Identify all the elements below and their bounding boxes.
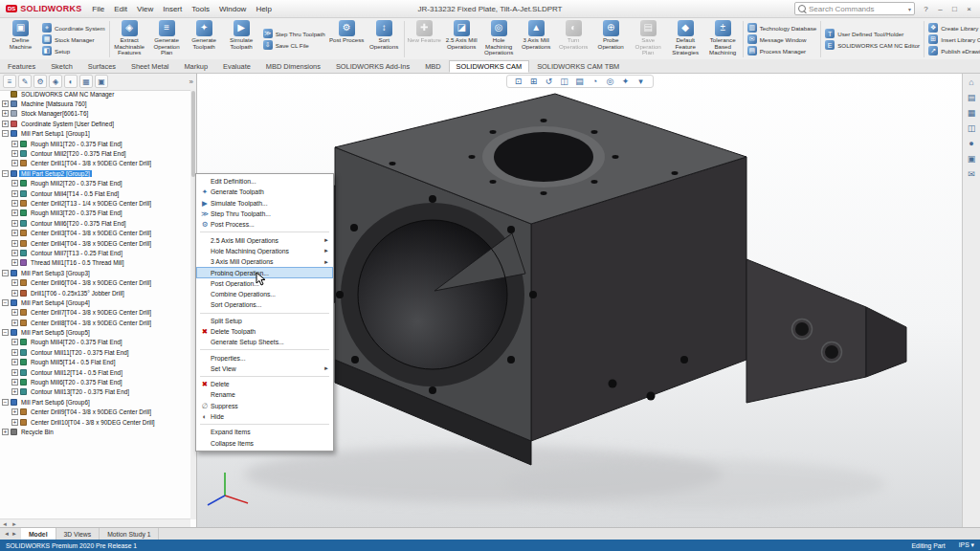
design-library-icon[interactable]: ▤ bbox=[968, 93, 976, 102]
ribbon-solidworks-cam-nc-editor[interactable]: ESOLIDWORKS CAM NC Editor bbox=[825, 40, 920, 50]
tree-row-center-drill10[interactable]: +Center Drill10[T04 - 3/8 x 90DEG Center… bbox=[0, 417, 190, 427]
tab-surfaces[interactable]: Surfaces bbox=[80, 60, 123, 73]
tree-expander-icon[interactable]: + bbox=[11, 309, 18, 316]
context-menu-probing-operation[interactable]: Probing Operation... bbox=[196, 267, 333, 277]
tree-expander-icon[interactable]: + bbox=[11, 408, 18, 415]
context-menu-hide[interactable]: ◐Hide bbox=[196, 411, 333, 422]
context-menu-delete[interactable]: ✖Delete bbox=[196, 379, 333, 389]
ribbon-2-5-axis-mill-operations[interactable]: ◪2.5 Axis Mill Operations bbox=[443, 18, 480, 60]
section-view-icon[interactable]: ◫ bbox=[559, 77, 570, 86]
tree-row-contour-mill11[interactable]: +Contour Mill11[T20 - 0.375 Flat End] bbox=[0, 347, 190, 357]
ribbon-new-feature[interactable]: ✚New Feature bbox=[406, 18, 443, 60]
ribbon-simulate-toolpath[interactable]: ▶Simulate Toolpath bbox=[223, 18, 260, 60]
maximize-button[interactable]: □ bbox=[947, 5, 962, 13]
help-button[interactable]: ? bbox=[919, 5, 933, 13]
ribbon-hole-machining-operations[interactable]: ◎Hole Machining Operations bbox=[480, 18, 518, 60]
tab-solidworks-add-ins[interactable]: SOLIDWORKS Add-Ins bbox=[328, 60, 417, 73]
tree-expander-icon[interactable]: + bbox=[11, 230, 18, 236]
tree-expander-icon[interactable]: + bbox=[11, 290, 18, 297]
ribbon-3-axis-mill-operations[interactable]: ▲3 Axis Mill Operations bbox=[518, 18, 555, 60]
tree-row-solidworks-cam-nc-manager[interactable]: SOLIDWORKS CAM NC Manager bbox=[0, 89, 190, 99]
tree-expander-icon[interactable]: + bbox=[11, 349, 18, 356]
context-menu-rename[interactable]: Rename bbox=[196, 389, 333, 400]
tab-solidworks-cam-tbm[interactable]: SOLIDWORKS CAM TBM bbox=[529, 60, 627, 73]
ribbon-define-machine[interactable]: ▣Define Machine bbox=[2, 18, 39, 60]
search-dropdown-icon[interactable]: ▾ bbox=[908, 6, 911, 12]
tree-expander-icon[interactable]: + bbox=[11, 339, 18, 345]
menu-edit[interactable]: Edit bbox=[109, 5, 132, 13]
ribbon-save-cl-file[interactable]: ⇩Save CL File bbox=[263, 40, 325, 50]
tree-row-mill-part-setup4[interactable]: −Mill Part Setup4 [Group4] bbox=[0, 298, 190, 307]
ribbon-default-feature-strategies[interactable]: ◆Default Feature Strategies bbox=[667, 18, 704, 60]
tree-row-mill-part-setup2[interactable]: −Mill Part Setup2 [Group2] bbox=[0, 168, 190, 178]
tree-row-contour-mill6[interactable]: +Contour Mill6[T20 - 0.375 Flat End] bbox=[0, 218, 190, 228]
forum-icon[interactable]: ✉ bbox=[968, 169, 975, 179]
tree-row-contour-mill2[interactable]: +Contour Mill2[T20 - 0.375 Flat End] bbox=[0, 148, 190, 158]
view-orientation-icon[interactable]: ▤ bbox=[574, 77, 586, 86]
tree-expander-icon[interactable]: + bbox=[2, 110, 9, 117]
configurationmanager-tab[interactable]: ⚙ bbox=[33, 75, 47, 88]
tree-row-machine[interactable]: +Machine [Matsuura 760] bbox=[0, 99, 190, 108]
propertymanager-tab[interactable]: ✎ bbox=[18, 75, 32, 88]
tree-row-rough-mill6[interactable]: +Rough Mill6[T20 - 0.375 Flat End] bbox=[0, 377, 190, 386]
menu-insert[interactable]: Insert bbox=[158, 5, 187, 13]
tree-row-mill-part-setup1[interactable]: −Mill Part Setup1 [Group1] bbox=[0, 129, 190, 139]
context-menu-simulate-toolpath[interactable]: ▶Simulate Toolpath... bbox=[196, 198, 333, 209]
scroll-right-icon[interactable]: ► bbox=[10, 521, 19, 527]
panel-pin-icon[interactable]: » bbox=[189, 77, 193, 86]
tree-expander-icon[interactable]: + bbox=[11, 150, 18, 157]
menu-window[interactable]: Window bbox=[214, 5, 251, 13]
context-menu-set-view[interactable]: Set View► bbox=[196, 364, 333, 374]
context-menu-properties[interactable]: Properties... bbox=[196, 352, 333, 363]
tree-row-center-drill2[interactable]: +Center Drill2[T13 - 1/4 x 90DEG Center … bbox=[0, 198, 190, 208]
tree-expander-icon[interactable]: − bbox=[2, 329, 9, 336]
featuremanager-tab[interactable]: ≡ bbox=[3, 75, 16, 88]
scroll-left-icon[interactable]: ◄ bbox=[0, 521, 10, 527]
tab-solidworks-cam[interactable]: SOLIDWORKS CAM bbox=[449, 60, 530, 73]
tab-scroll-right-icon[interactable]: ► bbox=[11, 531, 17, 537]
ribbon-technology-database[interactable]: ▥Technology Database bbox=[747, 23, 817, 33]
tab-mbd-dimensions[interactable]: MBD Dimensions bbox=[258, 60, 328, 73]
appearances-icon[interactable]: ● bbox=[969, 139, 973, 148]
zoom-fit-icon[interactable]: ⊡ bbox=[513, 77, 524, 86]
tree-expander-icon[interactable]: + bbox=[11, 141, 18, 147]
context-menu-split-setup[interactable]: Split Setup bbox=[196, 316, 333, 326]
menu-tools[interactable]: Tools bbox=[187, 5, 214, 13]
tab-sheet-metal[interactable]: Sheet Metal bbox=[123, 60, 176, 73]
view-settings-icon[interactable]: ▾ bbox=[635, 77, 647, 86]
ribbon-coordinate-system[interactable]: ⌖Coordinate System bbox=[42, 23, 105, 33]
tree-row-coordinate-system[interactable]: +Coordinate System [User Defined] bbox=[0, 119, 190, 128]
context-menu-2-5-axis-mill-operations[interactable]: 2.5 Axis Mill Operations► bbox=[196, 234, 333, 245]
tree-expander-icon[interactable]: + bbox=[11, 259, 18, 266]
tree-expander-icon[interactable]: − bbox=[2, 399, 9, 406]
tab-scroll-left-icon[interactable]: ◄ bbox=[4, 531, 10, 537]
tab-markup[interactable]: Markup bbox=[176, 60, 215, 73]
ribbon-stock-manager[interactable]: ▦Stock Manager bbox=[42, 34, 105, 44]
tree-expander-icon[interactable]: − bbox=[2, 299, 9, 306]
tree-expander-icon[interactable]: + bbox=[11, 320, 18, 326]
tree-expander-icon[interactable]: + bbox=[11, 388, 18, 395]
ribbon-insert-library-object[interactable]: ⊞Insert Library Object bbox=[928, 34, 980, 44]
tree-expander-icon[interactable]: + bbox=[11, 419, 18, 426]
tree-row-contour-mill12[interactable]: +Contour Mill12[T14 - 0.5 Flat End] bbox=[0, 367, 190, 377]
ribbon-generate-toolpath[interactable]: ✦Generate Toolpath bbox=[186, 18, 223, 60]
tree-row-center-drill7[interactable]: +Center Drill7[T04 - 3/8 x 90DEG Center … bbox=[0, 308, 190, 318]
tree-row-center-drill9[interactable]: +Center Drill9[T04 - 3/8 x 90DEG Center … bbox=[0, 408, 190, 417]
context-menu-post-operation[interactable]: Post Operation... bbox=[196, 278, 333, 289]
tree-row-center-drill3[interactable]: +Center Drill3[T04 - 3/8 x 90DEG Center … bbox=[0, 228, 190, 237]
tree-row-rough-mill5[interactable]: +Rough Mill5[T14 - 0.5 Flat End] bbox=[0, 358, 190, 367]
tree-expander-icon[interactable]: + bbox=[2, 100, 9, 107]
context-menu-suppress[interactable]: ∅Suppress bbox=[196, 401, 333, 411]
ribbon-step-thru-toolpath[interactable]: ≫Step Thru Toolpath bbox=[263, 29, 325, 38]
displaymanager-tab[interactable]: ◐ bbox=[64, 75, 78, 88]
tab-sketch[interactable]: Sketch bbox=[43, 60, 80, 73]
units-selector[interactable]: IPS ▾ bbox=[959, 541, 974, 549]
tree-row-center-drill8[interactable]: +Center Drill8[T04 - 3/8 x 90DEG Center … bbox=[0, 318, 190, 327]
context-menu-sort-operations[interactable]: Sort Operations... bbox=[196, 299, 333, 310]
home-icon[interactable]: ⌂ bbox=[969, 77, 973, 87]
tree-expander-icon[interactable]: + bbox=[11, 369, 18, 376]
search-commands-input[interactable]: Search Commands ▾ bbox=[794, 2, 915, 15]
tree-expander-icon[interactable]: − bbox=[2, 270, 9, 276]
tree-row-rough-mill2[interactable]: +Rough Mill2[T20 - 0.375 Flat End] bbox=[0, 179, 190, 188]
context-menu-edit-definition[interactable]: Edit Definition... bbox=[196, 176, 333, 187]
